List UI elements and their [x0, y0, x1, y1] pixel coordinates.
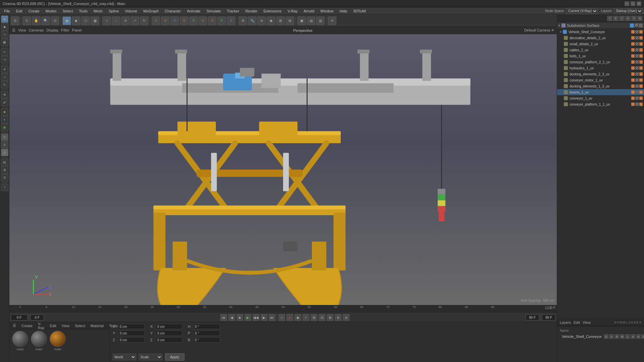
toolbar-undo[interactable]: ↩ [1, 48, 8, 56]
tb-icon6[interactable]: ⊞ [285, 16, 294, 25]
right-icon-file[interactable]: F [607, 16, 612, 21]
transform-mode-select[interactable]: Scale [139, 354, 162, 360]
menu-mograph[interactable]: MoGraph [141, 8, 161, 14]
minimize-button[interactable]: ─ [625, 1, 629, 6]
obj-conveyor-platform2[interactable]: conveyor_platform_2_1_uv [557, 59, 644, 65]
mat-view[interactable]: View [60, 323, 72, 328]
cables-dot-1[interactable] [631, 48, 635, 52]
menu-render[interactable]: Render [243, 8, 260, 14]
bolts-dot-1[interactable] [631, 54, 635, 58]
z-position-input2[interactable] [156, 337, 182, 343]
toolbar-mode-points[interactable]: ◆ [1, 23, 8, 31]
small-dot-1[interactable] [631, 42, 635, 46]
layer-vehicle-shell[interactable]: Vehicle_Shell_Conveyor S V R M L A G D E… [560, 333, 641, 340]
menu-file[interactable]: File [1, 8, 13, 14]
material-ball-3[interactable]: Autor [50, 331, 66, 351]
vp-nav-options[interactable]: Panel [72, 28, 82, 33]
obj-bolts[interactable]: bolts_1_uv [557, 53, 644, 59]
layer-icon-m[interactable]: M [620, 334, 625, 339]
small-dot-2[interactable] [639, 42, 643, 46]
close-button[interactable]: ✕ [637, 1, 641, 6]
mat-vray[interactable]: V-Ray [36, 321, 47, 330]
obj-vehicle-shell[interactable]: ▾ Vehicle_Shell_Conveyor [557, 29, 644, 35]
menu-select[interactable]: Select [60, 8, 76, 14]
menu-mesh[interactable]: Mesh [91, 8, 105, 14]
toolbar-s2[interactable]: S [1, 141, 8, 148]
tb-vray7[interactable]: V [208, 16, 217, 25]
tb-vray8[interactable]: V [217, 16, 226, 25]
toolbar-mode-polygons[interactable]: ▦ [1, 39, 8, 46]
cp1-dot-2[interactable] [639, 103, 643, 106]
timeline-btn5[interactable]: ⊗ [335, 314, 341, 321]
dec-dot-1[interactable] [631, 36, 635, 40]
tb-points-mode[interactable]: ◆ [72, 16, 80, 25]
toolbar-s1[interactable]: S [1, 133, 8, 141]
tb-icon2[interactable]: 🔧 [248, 16, 257, 25]
menu-arnold[interactable]: Arnold [301, 8, 317, 14]
menu-simulate[interactable]: Simulate [204, 8, 224, 14]
tb-move2[interactable]: ✛ [121, 16, 130, 25]
obj-conveyor[interactable]: conveyor_1_uv [557, 95, 644, 101]
d1-dot-2[interactable] [639, 84, 643, 88]
layer-icon-v[interactable]: V [609, 334, 614, 339]
b-rotation-input[interactable] [193, 337, 220, 343]
material-ball-1[interactable]: Autor [12, 331, 28, 351]
apply-button[interactable]: Apply [165, 353, 184, 361]
vp-nav-panel[interactable]: Filter [61, 28, 69, 33]
menu-edit[interactable]: Edit [13, 8, 25, 14]
cp2-dot-1[interactable] [631, 60, 635, 64]
step-back-button[interactable]: ◀ [228, 314, 235, 321]
tb-lasso[interactable]: ○ [112, 16, 120, 25]
tb-icon1[interactable]: ⚙ [238, 16, 247, 25]
material-ball-2[interactable]: Autor [31, 331, 47, 351]
layers-view-btn[interactable]: View [583, 320, 591, 324]
subdiv-expand-icon[interactable]: ▾ [558, 24, 560, 27]
hyd-dot-2[interactable] [639, 66, 643, 70]
y-position-input2[interactable] [156, 330, 182, 336]
menu-extensions[interactable]: Extensions [261, 8, 284, 14]
obj-small-details[interactable]: small_details_2_uv [557, 41, 644, 47]
tb-icon3[interactable]: ⊛ [257, 16, 266, 25]
tb-view3[interactable]: ▥ [316, 16, 325, 25]
right-icon-edit[interactable]: E [613, 16, 619, 21]
tb-view1[interactable]: ▣ [297, 16, 306, 25]
layer-icon-a[interactable]: A [631, 334, 635, 339]
b-dot-1[interactable] [631, 90, 635, 94]
layer-icon-l[interactable]: L [625, 334, 630, 339]
mat-create[interactable]: Create [19, 323, 35, 328]
tb-light[interactable]: ☀ [328, 16, 336, 25]
menu-window[interactable]: Window [318, 8, 336, 14]
toolbar-paint[interactable]: 🖌 [1, 99, 8, 106]
right-icon-tags[interactable]: T [631, 16, 637, 21]
d2-dot-1[interactable] [631, 72, 635, 76]
x-position-input2[interactable] [156, 324, 182, 329]
menu-tracker[interactable]: Tracker [224, 8, 242, 14]
tb-icon4[interactable]: ◉ [267, 16, 275, 25]
current-frame-input[interactable] [11, 314, 28, 320]
start-frame-input[interactable] [31, 314, 44, 320]
menu-animate[interactable]: Animate [184, 8, 203, 14]
vp-nav-filter[interactable]: Display [46, 28, 58, 33]
layer-icon-r[interactable]: R [614, 334, 619, 339]
obj-cables[interactable]: cables_2_uv [557, 47, 644, 53]
tb-scale2[interactable]: ⤢ [130, 16, 139, 25]
mat-menu[interactable]: ☰ [11, 323, 18, 328]
play-reverse-button[interactable]: ◀◀ [253, 314, 259, 321]
vp-nav-cameras[interactable]: View [18, 28, 26, 33]
h-rotation-input[interactable] [193, 324, 220, 329]
record-button[interactable]: ⊙ [278, 314, 285, 321]
end-frame-input2[interactable] [542, 314, 555, 320]
cp1-dot-1[interactable] [631, 103, 635, 106]
viewport-canvas[interactable]: Z X Y Grid Spacing : 500 cm [9, 34, 557, 305]
coordinate-space-select[interactable]: World [113, 354, 136, 360]
tb-zoom[interactable]: 🔍 [41, 16, 50, 25]
timeline-btn3[interactable]: ⊟ [319, 314, 325, 321]
auto-key-button[interactable]: ● [286, 314, 293, 321]
mat-select[interactable]: Select [73, 323, 87, 328]
timeline-btn1[interactable]: + [303, 314, 309, 321]
layer-icon-s[interactable]: S [604, 334, 608, 339]
z-position-input[interactable] [118, 337, 145, 343]
toolbar-gen[interactable]: ⊞ [1, 166, 8, 174]
tb-select[interactable]: ⊹ [102, 16, 111, 25]
menu-vray[interactable]: V-Ray [285, 8, 300, 14]
